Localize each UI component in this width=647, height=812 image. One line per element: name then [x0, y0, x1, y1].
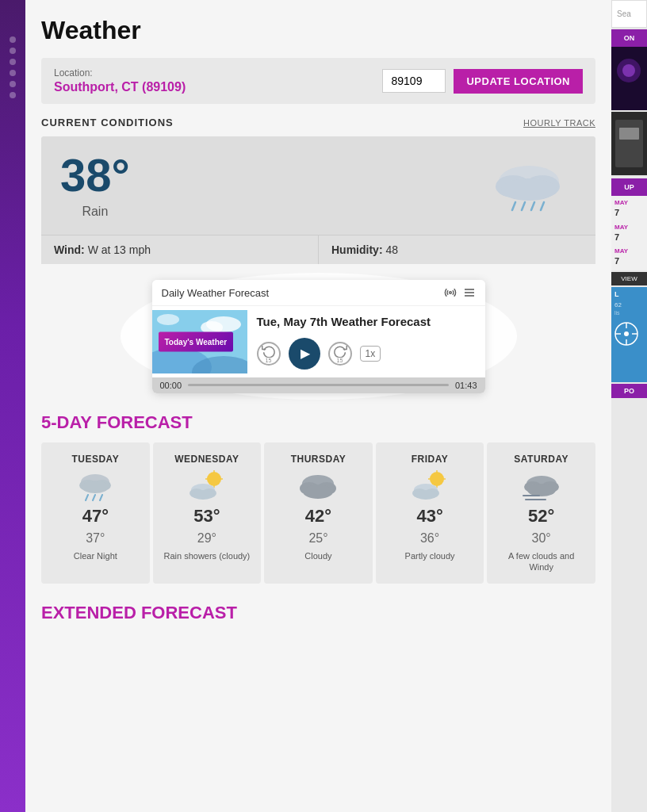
right-img-1 — [611, 47, 647, 110]
podcast-player-card: Daily Weather Forecast — [152, 280, 485, 393]
current-temperature: 38° — [60, 152, 130, 198]
current-conditions-section: CURRENT CONDITIONS HOURLY TRACK 38° Rain — [41, 117, 595, 264]
left-sidebar — [0, 0, 25, 812]
right-view-button[interactable]: VIEW — [611, 272, 647, 285]
day-desc: Clear Night — [74, 550, 117, 561]
update-location-button[interactable]: UPDATE LOCATION — [454, 69, 583, 94]
svg-line-7 — [541, 202, 544, 210]
svg-point-38 — [303, 485, 333, 499]
svg-point-61 — [624, 331, 629, 336]
high-temp: 53° — [193, 506, 220, 527]
hourly-track-link[interactable]: HOURLY TRACK — [523, 118, 595, 128]
forecast-title: 5-DAY FORECAST — [41, 412, 595, 433]
svg-line-24 — [93, 495, 95, 500]
thumbnail-badge: Today's Weather — [159, 331, 234, 351]
wind-cell: Wind: W at 13 mph — [41, 236, 319, 264]
day-desc: Rain showers (cloudy) — [163, 550, 250, 561]
day-icon — [75, 469, 115, 501]
playback-speed-button[interactable]: 1x — [360, 346, 381, 362]
total-time: 01:43 — [455, 381, 477, 390]
right-events: MAY 7 MAY 7 MAY 7 — [611, 196, 647, 270]
forecast-day: SATURDAY 52° 30° A few clouds and Windy — [487, 442, 595, 584]
low-temp: 25° — [308, 531, 327, 546]
humidity-value: 48 — [385, 243, 398, 256]
page-title: Weather — [41, 16, 595, 45]
svg-rect-59 — [619, 128, 639, 140]
sidebar-decoration — [3, 32, 22, 103]
skip-forward-label: 15 — [337, 358, 343, 363]
right-up-section: UP — [611, 178, 647, 196]
location-bar: Location: Southport, CT (89109) UPDATE L… — [41, 58, 595, 104]
player-progress-bar: 00:00 01:43 — [152, 377, 485, 393]
svg-point-47 — [415, 490, 437, 500]
svg-point-3 — [501, 178, 557, 201]
day-icon — [298, 469, 338, 501]
podcast-player-section: Daily Weather Forecast — [41, 280, 595, 393]
humidity-label: Humidity: — [331, 243, 383, 256]
wind-label: Wind: — [54, 243, 85, 256]
play-icon: ▶ — [301, 346, 310, 361]
svg-point-22 — [82, 481, 109, 493]
low-temp: 30° — [532, 531, 551, 546]
day-name: WEDNESDAY — [174, 454, 239, 465]
player-right: Tue, May 7th Weather Forecast 15 — [247, 306, 485, 377]
right-search[interactable]: Sea — [611, 0, 647, 28]
podcast-icon — [444, 286, 457, 299]
high-temp: 52° — [528, 506, 554, 527]
progress-track[interactable] — [188, 384, 449, 386]
play-button[interactable]: ▶ — [289, 338, 320, 370]
current-description: Rain — [60, 205, 130, 219]
high-temp: 43° — [416, 506, 442, 527]
conditions-inner: 38° Rain — [41, 136, 595, 235]
location-controls: UPDATE LOCATION — [382, 69, 583, 94]
forecast-day: WEDNESDAY 53° 29° Rain showers (cloudy) — [153, 442, 262, 584]
svg-point-8 — [449, 292, 451, 294]
low-temp: 37° — [86, 531, 105, 546]
skip-forward-button[interactable]: 15 — [328, 342, 352, 366]
forecast-section: 5-DAY FORECAST TUESDAY 47° 37° Clear Nig… — [41, 412, 595, 584]
zip-input[interactable] — [382, 69, 446, 93]
location-value: Southport, CT (89109) — [54, 80, 186, 94]
temperature-display: 38° Rain — [60, 152, 130, 219]
conditions-box: 38° Rain — [41, 136, 595, 235]
conditions-title: CURRENT CONDITIONS — [41, 117, 174, 128]
podcast-header-label: Daily Weather Forecast — [162, 287, 270, 299]
svg-point-56 — [622, 64, 635, 77]
player-header: Daily Weather Forecast — [152, 280, 485, 306]
svg-point-39 — [430, 472, 444, 486]
wind-value: W at 13 mph — [88, 243, 151, 256]
skip-back-label: 15 — [266, 358, 272, 363]
player-controls: 15 ▶ 15 — [257, 338, 476, 370]
current-weather-icon — [481, 154, 576, 217]
right-on-section: ON — [611, 29, 647, 47]
search-placeholder: Sea — [617, 10, 631, 18]
forecast-grid: TUESDAY 47° 37° Clear Night WEDNESDAY — [41, 442, 595, 584]
day-desc: Cloudy — [304, 550, 331, 561]
day-name: TUESDAY — [71, 454, 119, 465]
right-blue-section: L 62 lis — [611, 287, 647, 382]
player-thumbnail: Today's Weather — [152, 310, 247, 373]
svg-line-6 — [531, 202, 534, 210]
location-info: Location: Southport, CT (89109) — [54, 67, 186, 94]
svg-rect-58 — [615, 120, 643, 167]
svg-point-26 — [207, 472, 221, 486]
low-temp: 36° — [420, 531, 439, 546]
skip-back-button[interactable]: 15 — [257, 342, 281, 366]
current-time: 00:00 — [160, 381, 182, 390]
high-temp: 42° — [305, 506, 331, 527]
conditions-header: CURRENT CONDITIONS HOURLY TRACK — [41, 117, 595, 128]
high-temp: 47° — [82, 506, 109, 527]
day-desc: Partly cloudy — [405, 550, 455, 561]
day-icon — [410, 469, 450, 501]
menu-icon[interactable] — [463, 286, 476, 299]
wind-humidity-bar: Wind: W at 13 mph Humidity: 48 — [41, 235, 595, 264]
low-temp: 29° — [197, 531, 216, 546]
svg-line-4 — [512, 202, 515, 210]
day-icon — [522, 469, 561, 501]
forecast-day: FRIDAY 43° 36° Partly cloudy — [376, 442, 484, 584]
right-podcast-button[interactable]: PO — [611, 384, 647, 398]
right-sidebar: Sea ON UP MAY 7 MAY 7 MAY 7 VIEW L 62 li… — [611, 0, 647, 812]
episode-title: Tue, May 7th Weather Forecast — [257, 314, 476, 330]
player-header-icons — [444, 286, 476, 299]
day-icon — [187, 469, 227, 501]
